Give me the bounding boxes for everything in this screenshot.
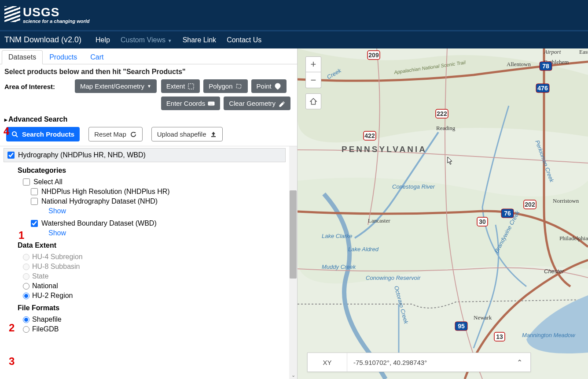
file-formats-heading: File Formats <box>18 304 277 312</box>
instruction-text: Select products below and then hit "Sear… <box>0 64 297 78</box>
eraser-icon <box>278 100 285 107</box>
dataset-list: Hydrography (NHDPlus HR, NHD, WBD) Subca… <box>0 146 297 379</box>
hu8-radio <box>23 264 29 270</box>
map-extent-dropdown[interactable]: Map Extent/Geometry ▼ <box>75 79 157 93</box>
scroll-thumb[interactable] <box>290 190 297 279</box>
usgs-wave-icon <box>4 6 20 22</box>
nhdplus-checkbox[interactable] <box>31 188 38 195</box>
subcategories-heading: Subcategories <box>18 167 277 175</box>
search-icon <box>11 131 18 138</box>
wbd-checkbox[interactable] <box>31 220 38 227</box>
scrollbar[interactable]: ⌄ <box>289 146 297 379</box>
map-view[interactable]: PENNSYLVANIA Reading Lancaster Bethlehem… <box>298 48 588 379</box>
nav-share-link[interactable]: Share Link <box>183 36 217 44</box>
enter-coords-button[interactable]: Enter Coords <box>161 97 220 110</box>
clear-geometry-button[interactable]: Clear Geometry <box>224 97 290 110</box>
basemap <box>298 48 588 379</box>
polygon-button[interactable]: Polygon <box>203 79 247 93</box>
map-extent-label: Map Extent/Geometry <box>80 82 144 90</box>
tab-products[interactable]: Products <box>43 50 84 64</box>
dataset-hydrography[interactable]: Hydrography (NHDPlus HR, NHD, WBD) <box>4 148 286 162</box>
caret-down-icon: ▼ <box>166 38 172 43</box>
zoom-in-button[interactable]: + <box>305 56 321 72</box>
point-button[interactable]: Point <box>251 79 287 93</box>
show-link-wbd[interactable]: Show <box>48 229 277 237</box>
nhd-checkbox[interactable] <box>31 198 38 205</box>
svg-rect-4 <box>210 103 211 104</box>
select-all-checkbox[interactable] <box>23 178 30 186</box>
reset-map-button[interactable]: Reset Map <box>88 127 143 141</box>
home-icon <box>309 97 317 105</box>
polygon-icon <box>235 83 243 90</box>
svg-rect-3 <box>209 103 210 104</box>
dataset-hydrography-checkbox[interactable] <box>7 152 15 159</box>
main-nav: TNM Download (v2.0) Help Custom Views ▼ … <box>0 31 588 48</box>
state-radio <box>23 273 29 280</box>
show-link-nhd[interactable]: Show <box>48 207 277 215</box>
extent-icon <box>187 83 195 90</box>
coordinate-value: -75.910702°, 40.298743° <box>347 359 508 366</box>
expand-coord-icon[interactable]: ⌃ <box>508 358 530 367</box>
shapefile-radio[interactable] <box>23 316 29 323</box>
nav-custom-label: Custom Views <box>121 36 165 44</box>
tab-bar: Datasets Products Cart <box>0 48 297 64</box>
search-products-button[interactable]: Search Products <box>6 127 80 141</box>
national-radio[interactable] <box>23 283 29 290</box>
refresh-icon <box>130 131 137 138</box>
caret-down-icon: ▼ <box>147 84 151 89</box>
svg-rect-5 <box>212 103 213 104</box>
tab-datasets[interactable]: Datasets <box>2 50 43 64</box>
svg-marker-1 <box>236 84 241 89</box>
data-extent-heading: Data Extent <box>18 242 277 249</box>
nav-help[interactable]: Help <box>96 36 110 44</box>
home-extent-button[interactable] <box>305 93 321 109</box>
svg-rect-10 <box>211 136 216 137</box>
xy-label[interactable]: XY <box>308 353 347 372</box>
svg-line-8 <box>16 135 18 137</box>
hu4-radio <box>23 254 29 260</box>
svg-rect-0 <box>188 84 194 89</box>
nav-custom-views[interactable]: Custom Views ▼ <box>121 36 172 44</box>
keyboard-icon <box>208 100 215 107</box>
hu2-radio[interactable] <box>23 293 29 299</box>
advanced-search-toggle[interactable]: Advanced Search <box>0 113 297 124</box>
logo-tagline: science for a changing world <box>23 19 90 24</box>
svg-rect-6 <box>209 104 213 105</box>
tab-cart[interactable]: Cart <box>84 50 110 64</box>
cursor-icon <box>447 156 453 165</box>
filegdb-radio[interactable] <box>23 326 29 333</box>
aoi-label: Area of Interest: <box>4 79 70 90</box>
logo-text: USGS <box>23 6 90 19</box>
app-title: TNM Download (v2.0) <box>4 35 81 45</box>
point-icon <box>274 83 281 90</box>
upload-icon <box>210 131 217 138</box>
zoom-out-button[interactable]: − <box>305 72 321 88</box>
svg-marker-9 <box>135 132 136 133</box>
svg-point-7 <box>12 132 16 136</box>
left-panel: Datasets Products Cart Select products b… <box>0 48 298 379</box>
nav-contact-us[interactable]: Contact Us <box>227 36 261 44</box>
scroll-down-icon[interactable]: ⌄ <box>289 371 297 379</box>
coordinate-bar: XY -75.910702°, 40.298743° ⌃ <box>307 353 531 372</box>
usgs-logo: USGS science for a changing world <box>4 6 90 24</box>
extent-button[interactable]: Extent <box>161 79 200 93</box>
usgs-banner: USGS science for a changing world <box>0 0 588 31</box>
upload-shapefile-button[interactable]: Upload shapefile <box>151 127 223 141</box>
